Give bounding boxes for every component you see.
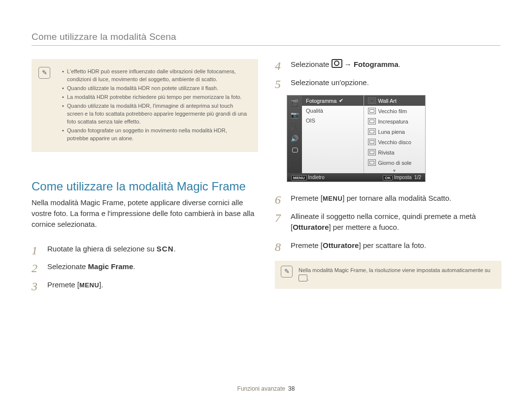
menu-item-ois: OIS: [302, 116, 364, 125]
step-text: .: [133, 262, 135, 271]
resolution-icon: [299, 275, 307, 281]
ok-tag: OK: [383, 175, 393, 181]
frame-icon: [368, 159, 376, 166]
page-footer: Funzioni avanzate38: [0, 385, 532, 392]
step-text: ] per scattare la foto.: [359, 241, 426, 249]
section-intro: Nella modalità Magic Frame, potete appli…: [32, 197, 258, 229]
camera-menu-screenshot: 🎬 📷 🎥 🔊 🖵 Fotogramma ✔ Qualità OIS Wall …: [287, 95, 426, 182]
step-text: Premete [: [47, 280, 79, 289]
scroll-down-icon: ▾: [364, 168, 426, 173]
option-vecchio-disco: Vecchio disco: [364, 137, 426, 147]
note-item: Quando utilizzate la modalità HDR non po…: [62, 85, 249, 93]
header-rule: [32, 45, 500, 46]
menu-item-fotogramma: Fotogramma ✔: [302, 95, 364, 106]
step-text: .: [173, 245, 175, 253]
note-item: L'effetto HDR può essere influenzato dal…: [62, 68, 249, 84]
frame-icon: [368, 149, 376, 155]
step-number: 2: [32, 259, 37, 277]
step-text: Ruotate la ghiera di selezione su: [47, 245, 157, 253]
camera-icon: 📷: [291, 111, 299, 118]
note-item: Quando utilizzate la modalità HDR, l'imm…: [62, 102, 249, 126]
page-header: Come utilizzare la modalità Scena: [32, 31, 176, 42]
scn-label: SCN: [157, 245, 174, 253]
step-number: 8: [275, 238, 281, 256]
menu-button-label: MENU: [323, 194, 342, 204]
footer-section: Funzioni avanzate: [237, 385, 285, 392]
step-text: Selezionate un'opzione.: [291, 78, 369, 87]
option-vecchio-film: Vecchio film: [364, 106, 426, 116]
lcd-left-column: Fotogramma ✔ Qualità OIS: [302, 95, 364, 173]
step-3: 3 Premete [MENU].: [32, 279, 258, 291]
magic-frame-label: Magic Frame: [88, 262, 133, 271]
frame-icon: [368, 97, 376, 104]
menu-item-qualita: Qualità: [302, 106, 364, 116]
hdr-note-box: ✎ L'effetto HDR può essere influenzato d…: [32, 59, 258, 152]
note-text: .: [307, 276, 309, 281]
fotogramma-label: Fotogramma: [354, 60, 399, 68]
step-number: 5: [275, 75, 281, 93]
page-indicator: 1/2: [414, 175, 421, 180]
step-7: 7 Allineate il soggetto nella cornice, q…: [275, 211, 501, 233]
set-label: Imposta: [394, 175, 412, 180]
step-6: 6 Premete [MENU] per tornare alla modali…: [275, 193, 501, 204]
menu-button-label: MENU: [79, 280, 99, 290]
resolution-note-box: ✎ Nella modalità Magic Frame, la risoluz…: [275, 261, 501, 289]
otturatore-label: Otturatore: [323, 241, 359, 249]
back-label: Indietro: [308, 175, 324, 180]
display-icon: 🖵: [291, 147, 299, 154]
sound-icon: 🔊: [291, 135, 299, 142]
video-icon: 🎥: [291, 123, 299, 130]
step-5: 5 Selezionate un'opzione.: [275, 77, 501, 89]
step-text: Premete [: [291, 241, 323, 249]
step-text: Selezionate: [291, 60, 332, 68]
option-wall-art: Wall Art: [364, 95, 426, 106]
option-rivista: Rivista: [364, 147, 426, 157]
note-text: Nella modalità Magic Frame, la risoluzio…: [299, 267, 490, 273]
step-8: 8 Premete [Otturatore] per scattare la f…: [275, 240, 501, 251]
frame-icon: [368, 108, 376, 114]
step-text: Premete [: [291, 194, 323, 202]
clapper-icon: 🎬: [291, 99, 299, 106]
menu-tag: MENU: [291, 175, 307, 181]
step-4: 4 Selezionate → Fotogramma.: [275, 59, 501, 70]
footer-page-number: 38: [288, 385, 295, 392]
step-text: ] per tornare alla modalità Scatto.: [342, 194, 451, 202]
lcd-right-column: Wall Art Vecchio film Increspatura Luna …: [364, 95, 426, 173]
step-number: 7: [275, 209, 281, 227]
option-luna-piena: Luna piena: [364, 126, 426, 137]
note-icon: ✎: [38, 67, 50, 79]
note-icon: ✎: [281, 266, 293, 278]
step-text: ] per mettere a fuoco.: [329, 223, 399, 231]
step-number: 4: [275, 57, 281, 75]
option-giorno-di-sole: Giorno di sole: [364, 157, 426, 168]
step-number: 3: [32, 278, 37, 295]
otturatore-label: Otturatore: [293, 223, 329, 231]
lcd-sidebar: 🎬 📷 🎥 🔊 🖵: [287, 95, 302, 173]
step-number: 6: [275, 191, 281, 209]
note-item: Quando fotografate un soggetto in movime…: [62, 127, 249, 143]
step-1: 1 Ruotate la ghiera di selezione su SCN.: [32, 244, 258, 255]
lcd-footer: MENU Indietro OK Imposta 1/2: [287, 173, 425, 182]
step-text: ].: [99, 280, 103, 289]
camera-icon: [332, 59, 342, 68]
arrow-icon: →: [342, 60, 354, 68]
step-number: 1: [32, 242, 37, 259]
step-text: Selezionate: [47, 262, 88, 271]
check-icon: ✔: [339, 97, 343, 104]
frame-icon: [368, 139, 376, 145]
note-item: La modalità HDR potrebbe richiedere più …: [62, 93, 249, 101]
frame-icon: [368, 128, 376, 135]
option-increspatura: Increspatura: [364, 116, 426, 126]
step-2: 2 Selezionate Magic Frame.: [32, 261, 258, 273]
frame-icon: [368, 118, 376, 124]
step-text: .: [399, 60, 400, 68]
section-title: Come utilizzare la modalità Magic Frame: [32, 180, 258, 193]
